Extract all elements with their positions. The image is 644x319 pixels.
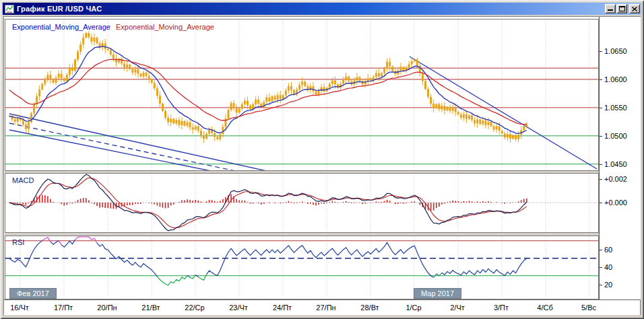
x-axis: 16/Чт17/Пт20/Пн21/Вт22/Ср23/Чт24/Пт27/Пн… <box>4 299 640 315</box>
chart-area: Exponential_Moving_AverageExponential_Mo… <box>3 16 641 315</box>
price-indicator-labels: Exponential_Moving_AverageExponential_Mo… <box>12 23 214 31</box>
axis-tick <box>600 164 602 165</box>
x-axis-label: 20/Пн <box>97 304 117 312</box>
minimize-button[interactable] <box>605 4 616 13</box>
axis-tick <box>600 79 602 80</box>
y-axis: 1.06501.06001.05501.05001.0450+0.002+0.0… <box>599 17 641 299</box>
maximize-icon <box>619 6 625 11</box>
x-axis-label: 24/Пт <box>273 304 292 312</box>
macd-panel[interactable]: MACD <box>5 173 599 233</box>
price-panel[interactable]: Exponential_Moving_AverageExponential_Mo… <box>5 19 599 171</box>
axis-tick <box>600 51 602 52</box>
x-axis-label: 21/Вт <box>141 304 160 312</box>
close-icon <box>632 7 637 11</box>
y-axis-label: 40 <box>604 263 612 271</box>
maximize-button[interactable] <box>616 4 627 13</box>
y-axis-label: 1.0500 <box>604 132 627 140</box>
axis-tick <box>600 267 602 268</box>
axis-tick <box>600 250 602 250</box>
ema-label-fast: Exponential_Moving_Average <box>12 23 110 31</box>
x-axis-label: 16/Чт <box>10 304 29 312</box>
y-axis-label: 1.0650 <box>604 47 627 55</box>
application-window: График EUR /USD ЧАС Exponential_Moving_A… <box>0 0 644 319</box>
macd-chart[interactable] <box>5 174 598 232</box>
titlebar[interactable]: График EUR /USD ЧАС <box>3 3 641 15</box>
axis-tick <box>600 136 602 137</box>
x-axis-label: 1/Ср <box>406 304 421 312</box>
y-axis-label: +0.000 <box>604 199 627 207</box>
y-axis-label: 1.0550 <box>604 104 627 112</box>
x-axis-label: 23/Чт <box>229 304 248 312</box>
month-badge-mar: Мар 2017 <box>414 288 461 299</box>
x-axis-label: 22/Ср <box>185 304 204 312</box>
axis-tick <box>600 108 602 108</box>
month-badge-feb: Фев 2017 <box>9 288 57 299</box>
axis-tick <box>600 203 602 203</box>
x-axis-label: 17/Пт <box>54 304 73 312</box>
x-axis-label: 5/Вс <box>581 304 596 312</box>
minimize-icon <box>608 9 613 11</box>
y-axis-label: 1.0600 <box>604 75 627 83</box>
x-axis-label: 3/Пт <box>494 304 509 312</box>
y-axis-label: +0.002 <box>604 175 627 183</box>
window-title: График EUR /USD ЧАС <box>17 5 604 13</box>
axis-tick <box>600 179 602 180</box>
x-axis-label: 28/Вт <box>360 304 379 312</box>
x-axis-label: 4/Сб <box>537 304 552 312</box>
rsi-panel[interactable]: RSI <box>5 236 599 299</box>
price-chart[interactable] <box>5 20 598 170</box>
rsi-label: RSI <box>12 238 24 246</box>
close-button[interactable] <box>629 4 640 13</box>
app-chart-icon[interactable] <box>5 5 14 13</box>
x-axis-label: 2/Чт <box>450 304 465 312</box>
ema-label-slow: Exponential_Moving_Average <box>116 23 214 31</box>
rsi-chart[interactable] <box>5 236 598 299</box>
y-axis-label: 1.0450 <box>604 160 627 168</box>
y-axis-label: 60 <box>604 246 612 254</box>
x-axis-label: 27/Пн <box>316 304 335 312</box>
macd-label: MACD <box>12 176 34 184</box>
axis-tick <box>600 285 602 285</box>
y-axis-label: 20 <box>604 281 612 289</box>
